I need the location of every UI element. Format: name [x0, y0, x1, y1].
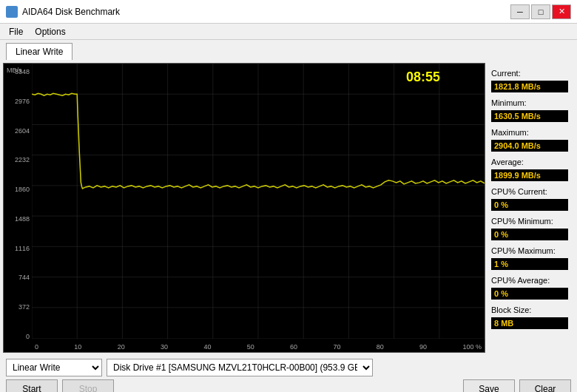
y-label-6: 1116 [4, 245, 32, 252]
y-label-9: 0 [4, 333, 32, 340]
chart-area: MB/s 08:55 3348 2976 2604 2232 1860 1488… [3, 63, 485, 353]
cpu-average-value: 0 % [491, 288, 568, 300]
y-label-0: 3348 [4, 68, 32, 75]
save-button[interactable]: Save [463, 379, 515, 392]
stop-button[interactable]: Stop [62, 379, 114, 392]
chart-svg [32, 64, 485, 339]
start-button[interactable]: Start [6, 379, 58, 392]
window: AIDA64 Disk Benchmark ─ □ ✕ File Options… [0, 0, 577, 392]
x-label-80: 80 [377, 343, 384, 351]
cpu-maximum-label: CPU% Maximum: [491, 246, 568, 255]
stats-sidebar: Current: 1821.8 MB/s Minimum: 1630.5 MB/… [485, 63, 574, 353]
x-label-30: 30 [161, 343, 168, 351]
block-size-value: 8 MB [491, 317, 568, 329]
x-label-50: 50 [247, 343, 254, 351]
x-label-0: 0 [35, 343, 38, 351]
minimum-label: Minimum: [491, 98, 568, 107]
menu-options[interactable]: Options [29, 25, 71, 38]
cpu-average-label: CPU% Average: [491, 276, 568, 285]
minimum-value: 1630.5 MB/s [491, 110, 568, 122]
controls-row-2: Start Stop Save Clear [6, 379, 571, 392]
cpu-current-value: 0 % [491, 199, 568, 211]
bottom-controls: Linear Write Linear Read Random Read Ran… [0, 356, 577, 392]
x-label-100: 100 % [462, 343, 482, 351]
y-axis-labels: 3348 2976 2604 2232 1860 1488 1116 744 3… [4, 64, 32, 352]
drive-select[interactable]: Disk Drive #1 [SAMSUNG MZVL21T0HCLR-00B0… [107, 359, 373, 376]
current-label: Current: [491, 69, 568, 78]
y-label-7: 744 [4, 274, 32, 281]
app-icon [6, 6, 18, 18]
y-label-1: 2976 [4, 98, 32, 105]
x-label-90: 90 [419, 343, 427, 351]
window-title: AIDA64 Disk Benchmark [22, 7, 120, 17]
x-label-20: 20 [118, 343, 125, 351]
clear-button[interactable]: Clear [519, 379, 571, 392]
maximize-button[interactable]: □ [531, 4, 550, 19]
x-axis-labels: 0 10 20 30 40 50 60 70 80 90 100 % [32, 343, 485, 351]
cpu-current-label: CPU% Current: [491, 187, 568, 196]
y-label-3: 2232 [4, 156, 32, 163]
maximum-value: 2904.0 MB/s [491, 140, 568, 152]
mode-select[interactable]: Linear Write Linear Read Random Read Ran… [6, 359, 102, 376]
minimize-button[interactable]: ─ [510, 4, 530, 19]
y-label-8: 372 [4, 303, 32, 311]
menu-file[interactable]: File [3, 25, 29, 38]
average-value: 1899.9 MB/s [491, 169, 568, 181]
y-label-4: 1860 [4, 186, 32, 193]
cpu-minimum-value: 0 % [491, 229, 568, 240]
menu-bar: File Options [0, 24, 577, 40]
current-value: 1821.8 MB/s [491, 81, 568, 92]
y-label-5: 1488 [4, 215, 32, 223]
close-button[interactable]: ✕ [552, 4, 571, 19]
tab-bar: Linear Write [0, 40, 577, 60]
block-size-label: Block Size: [491, 305, 568, 314]
controls-row-1: Linear Write Linear Read Random Read Ran… [6, 359, 571, 376]
maximum-label: Maximum: [491, 128, 568, 137]
x-label-70: 70 [333, 343, 340, 351]
main-content: MB/s 08:55 3348 2976 2604 2232 1860 1488… [0, 60, 577, 356]
tab-linear-write[interactable]: Linear Write [6, 43, 72, 60]
y-label-2: 2604 [4, 127, 32, 135]
x-label-60: 60 [290, 343, 297, 351]
average-label: Average: [491, 158, 568, 166]
x-label-40: 40 [203, 343, 211, 351]
cpu-maximum-value: 1 % [491, 258, 568, 270]
title-bar: AIDA64 Disk Benchmark ─ □ ✕ [0, 0, 577, 24]
x-label-10: 10 [74, 343, 81, 351]
cpu-minimum-label: CPU% Minimum: [491, 217, 568, 226]
